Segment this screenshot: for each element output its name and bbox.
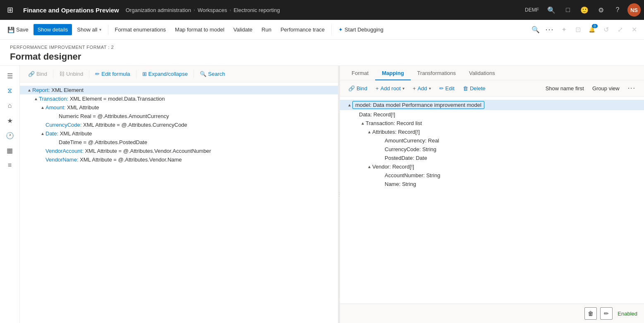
search-button[interactable]: 🔍 Search	[196, 69, 228, 79]
sidebar-home-icon[interactable]: ⌂	[3, 99, 17, 112]
tree-toggle-icon[interactable]: ▲	[360, 121, 366, 125]
toolbar-sep2	[331, 25, 332, 35]
group-view-button[interactable]: Group view	[589, 84, 623, 93]
app-grid-icon[interactable]: ⊞	[3, 3, 17, 17]
notification-btn[interactable]: 🔔 0	[585, 23, 599, 36]
chat-icon-btn[interactable]: □	[561, 3, 575, 17]
tree-item[interactable]: Numeric Real = @.Attributes.AmountCurren…	[20, 112, 338, 121]
tree-item[interactable]: ▲ Report: XML Element	[20, 86, 338, 94]
right-bind-button[interactable]: 🔗 Bind	[345, 84, 371, 93]
sidebar-recent-icon[interactable]: 🕐	[3, 129, 17, 142]
toolbar-icon1[interactable]: ⊡	[571, 23, 584, 36]
right-tree-item[interactable]: AccountNumber: String	[340, 171, 644, 180]
tab-bar: Format Mapping Transformations Validatio…	[340, 66, 644, 80]
tree-item[interactable]: VendorName: XML Attribute = @.Attributes…	[20, 155, 338, 164]
settings-icon-btn[interactable]: ⚙	[594, 3, 608, 17]
run-button[interactable]: Run	[257, 24, 275, 35]
validate-button[interactable]: Validate	[229, 24, 256, 35]
show-all-button[interactable]: Show all ▾	[73, 24, 105, 35]
search-icon: 🔍	[200, 71, 206, 77]
start-debugging-button[interactable]: ✦ Start Debugging	[334, 24, 388, 35]
tree-toggle-icon[interactable]: ▲	[366, 164, 372, 169]
bind-button[interactable]: 🔗 Bind	[25, 69, 50, 79]
right-tree-item[interactable]: PostedDate: Date	[340, 154, 644, 162]
unbind-button[interactable]: ⛓ Unbind	[56, 69, 86, 79]
tree-toggle-icon[interactable]: ▲	[26, 88, 32, 92]
tree-toggle-icon[interactable]: ▲	[33, 96, 39, 101]
right-panel: Format Mapping Transformations Validatio…	[340, 66, 644, 323]
right-tree-item[interactable]: Data: Record[!]	[340, 110, 644, 119]
tree-toggle-icon[interactable]: ▲	[40, 105, 45, 110]
bottom-bar: 🗑 ✏ Enabled	[340, 304, 644, 323]
bottom-delete-button[interactable]: 🗑	[584, 307, 597, 320]
toolbar-customize-icon[interactable]: ✦	[557, 23, 570, 36]
toolbar-expand-icon[interactable]: ⤢	[613, 23, 627, 36]
panel-sep3	[136, 70, 136, 78]
right-tree-item[interactable]: ▲ Transaction: Record list	[340, 119, 644, 128]
tab-transformations[interactable]: Transformations	[411, 66, 462, 80]
breadcrumb-reporting[interactable]: Electronic reporting	[234, 7, 280, 13]
enabled-status: Enabled	[618, 311, 637, 317]
expand-collapse-button[interactable]: ⊞ Expand/collapse	[139, 69, 191, 79]
breadcrumb-workspaces[interactable]: Workspaces	[198, 7, 227, 13]
tree-toggle-icon[interactable]: ▲	[40, 131, 45, 136]
user-avatar[interactable]: NS	[627, 3, 641, 17]
tree-item[interactable]: ▲ Transaction: XML Element = model.Data.…	[20, 94, 338, 103]
right-tree-item[interactable]: ▲ model: Data model Performance improvem…	[340, 100, 644, 110]
performance-trace-button[interactable]: Performance trace	[276, 24, 329, 35]
sidebar-favorites-icon[interactable]: ★	[3, 114, 17, 127]
tab-validations[interactable]: Validations	[462, 66, 502, 80]
right-tree-item[interactable]: ▲ Vendor: Record[!]	[340, 162, 644, 171]
tree-item[interactable]: VendorAccount: XML Attribute = @.Attribu…	[20, 147, 338, 155]
tree-item[interactable]: ▲ Amount: XML Attribute	[20, 103, 338, 112]
left-tree: ▲ Report: XML Element ▲ Transaction: XML…	[20, 82, 338, 323]
app-title: Finance and Operations Preview	[18, 7, 124, 14]
tree-item[interactable]: DateTime = @.Attributes.PostedDate	[20, 138, 338, 147]
show-all-dropdown-icon: ▾	[99, 27, 101, 32]
right-more-button[interactable]: ···	[625, 83, 639, 94]
tab-mapping[interactable]: Mapping	[375, 66, 410, 80]
sidebar-workspaces-icon[interactable]: ▦	[3, 144, 17, 157]
right-tree-item[interactable]: CurrencyCode: String	[340, 145, 644, 154]
right-bind-icon: 🔗	[348, 85, 355, 92]
bottom-edit-button[interactable]: ✏	[600, 307, 613, 320]
panel-sep4	[194, 70, 194, 78]
tree-toggle-icon[interactable]: ▲	[347, 103, 352, 107]
page-breadcrumb: PERFORMANCE IMPROVEMENT FORMAT : 2	[10, 45, 637, 50]
panel-sep2	[89, 70, 89, 78]
toolbar-close-icon[interactable]: ✕	[627, 23, 641, 36]
add-plus-icon: +	[413, 85, 416, 92]
delete-button[interactable]: 🗑 Delete	[460, 84, 489, 93]
emoji-icon-btn[interactable]: 🙂	[578, 3, 591, 17]
breadcrumb-org[interactable]: Organization administration	[126, 7, 191, 13]
edit-formula-button[interactable]: ✏ Edit formula	[92, 69, 133, 79]
right-tree-item[interactable]: ▲ Attributes: Record[!]	[340, 128, 644, 136]
show-name-first-button[interactable]: Show name first	[542, 84, 587, 93]
breadcrumb: Organization administration › Workspaces…	[126, 7, 521, 13]
tree-item[interactable]: ▲ Date: XML Attribute	[20, 129, 338, 138]
map-format-button[interactable]: Map format to model	[171, 24, 228, 35]
save-button[interactable]: 💾 Save	[3, 24, 33, 36]
toolbar-refresh-icon[interactable]: ↺	[599, 23, 613, 36]
right-tree-item[interactable]: Name: String	[340, 180, 644, 188]
sidebar-filter-icon[interactable]: ⧖	[3, 84, 17, 97]
tree-toggle-icon[interactable]: ▲	[366, 130, 372, 134]
tab-format[interactable]: Format	[345, 66, 375, 80]
page-header: PERFORMANCE IMPROVEMENT FORMAT : 2 Forma…	[0, 40, 644, 66]
edit-pencil-icon: ✏	[439, 85, 444, 92]
help-icon-btn[interactable]: ?	[611, 3, 624, 17]
edit-button[interactable]: ✏ Edit	[436, 84, 458, 93]
add-button[interactable]: + Add ▾	[409, 84, 434, 93]
sidebar-menu-icon[interactable]: ☰	[3, 69, 17, 82]
tree-item[interactable]: CurrencyCode: XML Attribute = @.Attribut…	[20, 121, 338, 129]
add-root-button[interactable]: + Add root ▾	[372, 84, 408, 93]
toolbar-more-icon[interactable]: ···	[543, 23, 556, 36]
bottom-trash-icon: 🗑	[588, 310, 594, 317]
toolbar-search-icon[interactable]: 🔍	[529, 23, 542, 36]
sidebar-list-icon[interactable]: ≡	[3, 159, 17, 172]
save-icon: 💾	[7, 27, 14, 33]
right-tree-item[interactable]: AmountCurrency: Real	[340, 136, 644, 145]
show-details-button[interactable]: Show details	[34, 24, 72, 35]
search-icon-btn[interactable]: 🔍	[545, 3, 558, 17]
format-enumerations-button[interactable]: Format enumerations	[111, 24, 170, 35]
